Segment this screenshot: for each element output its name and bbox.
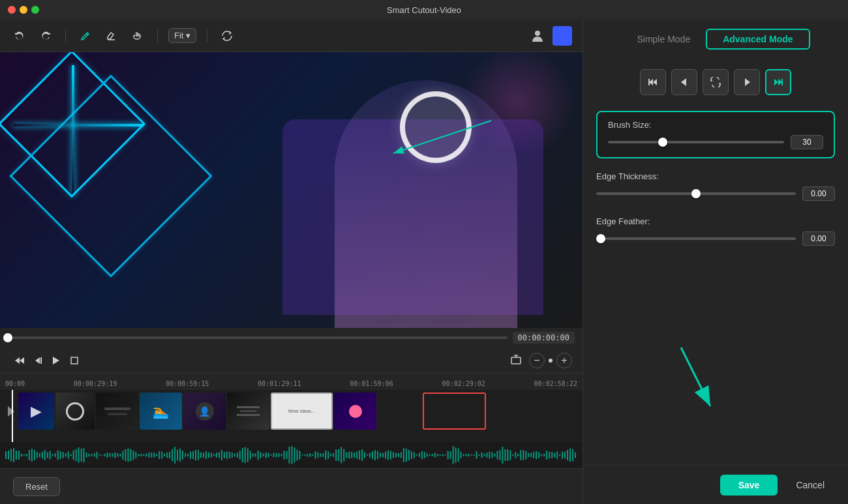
video-area: [0, 52, 583, 328]
svg-rect-103: [245, 447, 246, 464]
color-swatch-button[interactable]: [553, 26, 572, 46]
svg-rect-220: [549, 452, 550, 459]
redo-button[interactable]: [37, 27, 55, 45]
svg-marker-236: [774, 79, 778, 85]
svg-rect-166: [408, 450, 410, 461]
cancel-button[interactable]: Cancel: [785, 475, 835, 496]
swap-button[interactable]: [218, 27, 236, 45]
waveform-svg: [5, 445, 577, 466]
nav-controls: [583, 59, 848, 106]
svg-rect-55: [119, 453, 121, 456]
nav-next-button[interactable]: [734, 69, 760, 95]
svg-rect-61: [135, 452, 136, 458]
fit-dropdown[interactable]: Fit ▾: [168, 28, 196, 43]
svg-rect-102: [242, 448, 243, 462]
svg-rect-32: [60, 451, 61, 460]
thumbnail-7: More Ideas...: [271, 393, 333, 430]
svg-rect-93: [219, 452, 220, 458]
edge-feather-value[interactable]: [802, 231, 835, 246]
hand-tool-button[interactable]: [129, 27, 147, 45]
zoom-in-button[interactable]: +: [556, 353, 572, 368]
svg-rect-230: [575, 452, 576, 458]
svg-rect-68: [153, 452, 155, 457]
svg-rect-73: [166, 452, 168, 458]
svg-rect-126: [304, 454, 305, 456]
edge-feather-section: Edge Feather:: [596, 209, 835, 254]
svg-rect-57: [125, 449, 126, 461]
svg-rect-121: [292, 446, 293, 464]
pen-tool-button[interactable]: [76, 27, 95, 45]
ruler-mark-6: 00:02:58:22: [534, 380, 577, 387]
svg-rect-54: [117, 453, 118, 456]
svg-rect-184: [455, 447, 457, 463]
reset-button[interactable]: Reset: [13, 477, 60, 496]
svg-rect-79: [182, 451, 183, 460]
svg-rect-29: [52, 454, 53, 456]
edge-thickness-value[interactable]: [802, 186, 835, 201]
svg-rect-238: [781, 79, 783, 85]
svg-rect-122: [294, 447, 295, 463]
svg-rect-199: [494, 454, 495, 457]
maximize-btn[interactable]: [31, 6, 39, 14]
person-button[interactable]: [528, 26, 547, 46]
svg-rect-51: [109, 453, 110, 457]
undo-button[interactable]: [10, 27, 29, 45]
nav-first-button[interactable]: [640, 69, 666, 95]
svg-rect-146: [356, 451, 357, 458]
svg-rect-37: [73, 451, 74, 460]
svg-rect-159: [390, 451, 391, 460]
timeline-tracks[interactable]: ▶ 🏊: [0, 390, 583, 442]
play-button[interactable]: [47, 351, 65, 370]
window-controls[interactable]: [8, 6, 39, 14]
minimize-btn[interactable]: [20, 6, 27, 14]
svg-rect-64: [143, 454, 144, 456]
svg-marker-5: [35, 357, 40, 364]
svg-rect-39: [78, 447, 80, 463]
svg-rect-200: [496, 451, 498, 460]
svg-rect-12: [8, 451, 9, 460]
edge-feather-slider[interactable]: [596, 237, 796, 240]
brush-size-slider[interactable]: [608, 141, 784, 143]
close-btn[interactable]: [8, 6, 16, 14]
svg-rect-104: [247, 448, 249, 462]
step-back-button[interactable]: [10, 351, 29, 370]
svg-rect-31: [57, 451, 59, 460]
square-stop-button[interactable]: [65, 351, 83, 370]
simple-mode-button[interactable]: Simple Mode: [621, 30, 706, 48]
svg-rect-53: [114, 452, 115, 458]
progress-track[interactable]: [8, 336, 507, 339]
svg-rect-217: [541, 454, 542, 456]
svg-rect-147: [359, 451, 360, 460]
zoom-out-button[interactable]: −: [529, 353, 545, 368]
svg-rect-18: [23, 454, 25, 456]
save-arrow-indicator: [661, 341, 727, 419]
svg-rect-228: [569, 448, 571, 462]
svg-rect-155: [380, 452, 381, 458]
edge-thickness-slider[interactable]: [596, 192, 796, 195]
brush-size-value[interactable]: [791, 135, 823, 149]
advanced-mode-button[interactable]: Advanced Mode: [706, 29, 810, 50]
svg-rect-119: [286, 451, 288, 460]
svg-rect-60: [132, 450, 134, 460]
svg-rect-165: [406, 449, 407, 462]
progress-handle[interactable]: [3, 333, 12, 342]
svg-rect-215: [536, 451, 537, 460]
svg-rect-47: [99, 454, 100, 456]
svg-rect-120: [288, 447, 290, 464]
nav-prev-button[interactable]: [671, 69, 697, 95]
selection-arrow: [380, 114, 498, 166]
mode-switcher: Simple Mode Advanced Mode: [583, 20, 848, 59]
svg-rect-179: [442, 454, 444, 456]
main-container: Fit ▾: [0, 20, 848, 504]
svg-rect-44: [91, 454, 93, 456]
nav-last-button[interactable]: [765, 69, 791, 95]
eraser-button[interactable]: [102, 27, 121, 45]
save-button[interactable]: Save: [720, 475, 778, 496]
svg-rect-89: [208, 452, 209, 458]
add-media-button[interactable]: [507, 351, 525, 370]
ruler-mark-2: 00:00:59:15: [166, 380, 209, 387]
circle-thumb: [66, 402, 84, 421]
frame-back-button[interactable]: [29, 351, 47, 370]
nav-loop-button[interactable]: [703, 69, 729, 95]
ruler-mark-0: 00:00: [5, 380, 25, 387]
